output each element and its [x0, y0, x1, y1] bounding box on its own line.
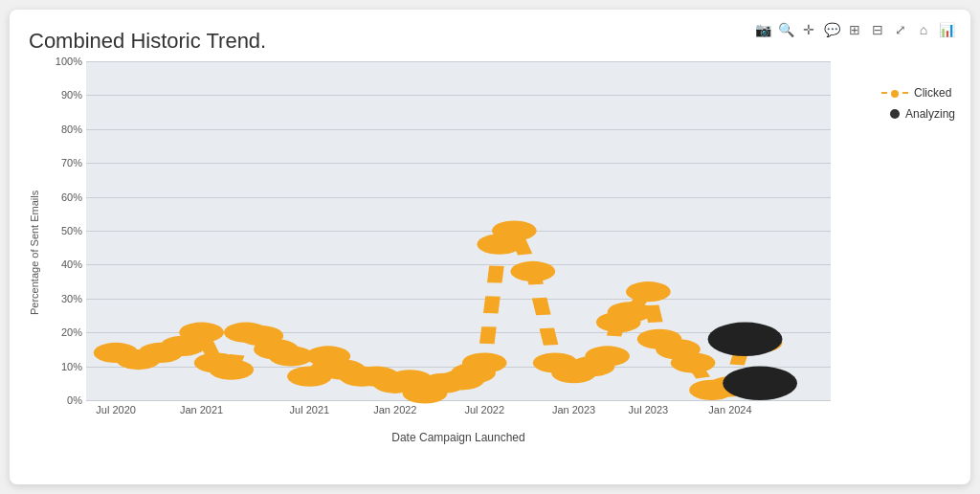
y-tick-label: 70%	[48, 157, 82, 168]
x-axis-title: Date Campaign Launched	[86, 431, 831, 444]
clicked-line-icon	[881, 92, 908, 94]
chart-legend: Clicked Analyzing	[881, 86, 955, 121]
home-icon[interactable]: ⌂	[915, 21, 932, 38]
analyzing-dot-icon	[890, 109, 900, 119]
x-tick-label: Jul 2020	[96, 404, 136, 415]
x-tick-label: Jul 2022	[464, 404, 504, 415]
y-axis-label: Percentage of Sent Emails	[25, 61, 44, 444]
analyzing-dot	[723, 367, 797, 400]
legend-clicked-label: Clicked	[914, 86, 951, 100]
y-tick-label: 30%	[48, 293, 82, 304]
lasso-icon[interactable]: 💬	[823, 21, 840, 38]
y-tick-label: 90%	[48, 89, 82, 101]
y-tick-label: 20%	[48, 326, 82, 338]
y-tick-label: 80%	[48, 124, 82, 135]
clicked-dot	[671, 352, 716, 372]
x-axis-area: Jul 2020Jan 2021Jul 2021Jan 2022Jul 2022…	[86, 400, 831, 429]
clicked-dot	[510, 261, 555, 281]
clicked-dot	[179, 323, 224, 343]
camera-icon[interactable]: 📷	[754, 21, 771, 38]
full-screen-icon[interactable]: ⤢	[892, 21, 909, 38]
legend-item-clicked: Clicked	[881, 86, 955, 100]
x-tick-label: Jul 2023	[629, 404, 669, 415]
crosshair-icon[interactable]: ✛	[800, 21, 817, 38]
clicked-dot	[626, 281, 671, 302]
x-tick-label: Jan 2022	[373, 404, 416, 415]
legend-analyzing-label: Analyzing	[905, 107, 955, 121]
plot-area-wrapper: 100%90%80%70%60%50%40%30%20%10%0%	[86, 61, 831, 400]
y-tick-label: 50%	[48, 225, 82, 236]
x-tick-label: Jan 2024	[708, 404, 751, 415]
chart-card: 📷 🔍 ✛ 💬 ⊞ ⊟ ⤢ ⌂ 📊 Combined Historic Tren…	[10, 10, 970, 484]
x-tick-label: Jan 2023	[552, 404, 595, 415]
chart-container: Percentage of Sent Emails 100%90%80%70%6…	[25, 61, 955, 444]
chart-svg	[86, 61, 831, 400]
clicked-dot	[492, 220, 537, 240]
y-tick-label: 0%	[48, 394, 82, 406]
zoom-in-icon[interactable]: 🔍	[777, 21, 794, 38]
chart-toolbar: 📷 🔍 ✛ 💬 ⊞ ⊟ ⤢ ⌂ 📊	[754, 21, 955, 38]
legend-item-analyzing: Analyzing	[881, 107, 955, 121]
clicked-dot	[209, 360, 254, 380]
y-tick-label: 100%	[48, 56, 82, 67]
y-tick-label: 10%	[48, 361, 82, 372]
y-tick-label: 40%	[48, 258, 82, 270]
clicked-dot	[585, 346, 630, 366]
bar-chart-icon[interactable]: 📊	[938, 21, 955, 38]
analyzing-dot	[708, 323, 783, 356]
x-tick-label: Jul 2021	[290, 404, 330, 415]
plot-area: 100%90%80%70%60%50%40%30%20%10%0%	[86, 61, 831, 400]
y-tick-label: 60%	[48, 191, 82, 203]
clicked-dot	[608, 302, 653, 322]
minus-icon[interactable]: ⊟	[869, 21, 886, 38]
zoom-rect-icon[interactable]: ⊞	[846, 21, 863, 38]
x-tick-label: Jan 2021	[180, 404, 223, 415]
clicked-dot	[462, 352, 507, 372]
